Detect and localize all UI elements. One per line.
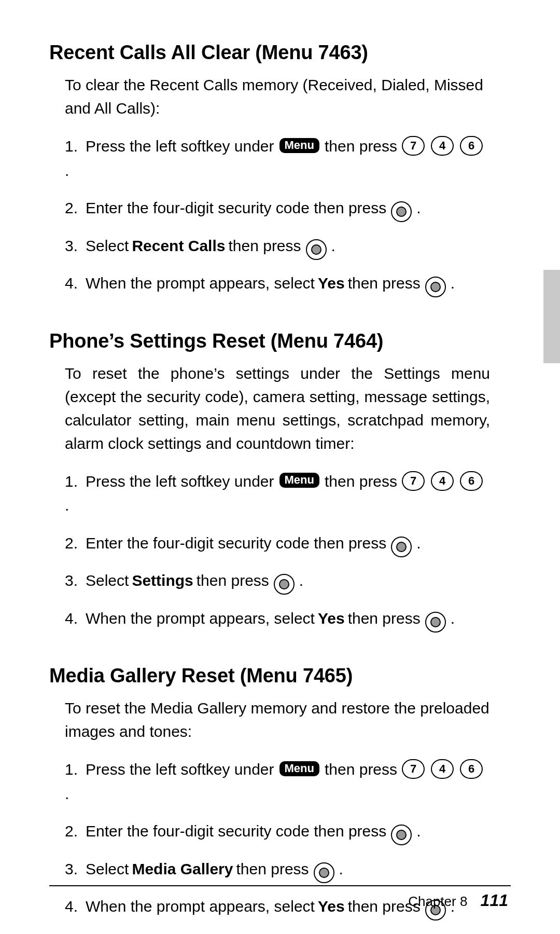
keypad-4-icon: 4 (431, 471, 454, 491)
step-number: 1. (65, 134, 82, 159)
period: . (416, 819, 421, 844)
period: . (416, 196, 421, 221)
ok-button-icon (425, 277, 446, 297)
chapter-label: Chapter 8 (408, 894, 467, 909)
footer: Chapter 8 111 (408, 891, 508, 910)
step-1: 1. Press the left softkey under Menu the… (65, 134, 490, 183)
step-text: then press (348, 271, 421, 296)
step-text: Select (86, 857, 129, 882)
footer-rule (49, 885, 511, 886)
yes-option: Yes (318, 607, 345, 631)
select-option: Settings (132, 569, 193, 593)
heading-media-gallery-reset: Media Gallery Reset (Menu 7465) (49, 665, 490, 687)
select-option: Media Gallery (132, 857, 233, 882)
menu-softkey-icon: Menu (279, 473, 319, 488)
step-2: 2. Enter the four-digit security code th… (65, 531, 490, 556)
step-text: Enter the four-digit security code then … (86, 819, 386, 844)
section-gap (49, 309, 490, 330)
period: . (416, 531, 421, 556)
period: . (339, 857, 343, 882)
intro-text: To reset the phone’s settings under the … (65, 362, 490, 455)
step-text: then press (197, 569, 269, 593)
step-text: When the prompt appears, select (86, 271, 315, 296)
select-option: Recent Calls (132, 234, 225, 258)
period: . (65, 493, 69, 518)
keypad-4-icon: 4 (431, 759, 454, 779)
step-text: Press the left softkey under (86, 134, 274, 159)
keypad-7-icon: 7 (402, 759, 425, 779)
step-number: 3. (65, 569, 82, 593)
step-number: 2. (65, 196, 82, 221)
step-text: Enter the four-digit security code then … (86, 196, 386, 221)
step-text: Select (86, 569, 129, 593)
period: . (299, 569, 303, 593)
page: Recent Calls All Clear (Menu 7463) To cl… (0, 0, 560, 934)
keypad-7-icon: 7 (402, 471, 425, 491)
intro-text: To clear the Recent Calls memory (Receiv… (65, 73, 490, 120)
ok-button-icon (274, 574, 295, 595)
section-gap (49, 644, 490, 665)
ok-button-icon (314, 862, 334, 883)
keypad-6-icon: 6 (460, 471, 483, 491)
period: . (331, 234, 335, 258)
step-4: 4. When the prompt appears, select Yes t… (65, 271, 490, 296)
side-tab (543, 270, 560, 363)
step-1: 1. Press the left softkey under Menu the… (65, 470, 490, 518)
step-number: 1. (65, 758, 82, 782)
step-1: 1. Press the left softkey under Menu the… (65, 758, 490, 806)
step-number: 2. (65, 819, 82, 844)
page-number: 111 (481, 891, 508, 910)
step-text: then press (236, 857, 309, 882)
keypad-6-icon: 6 (460, 759, 483, 779)
step-2: 2. Enter the four-digit security code th… (65, 196, 490, 221)
step-text: When the prompt appears, select (86, 607, 315, 631)
step-text: then press (348, 607, 421, 631)
step-text: Select (86, 234, 129, 258)
step-text: Press the left softkey under (86, 470, 274, 494)
period: . (451, 271, 455, 296)
intro-text: To reset the Media Gallery memory and re… (65, 696, 490, 743)
step-number: 3. (65, 234, 82, 258)
period: . (451, 607, 455, 631)
menu-softkey-icon: Menu (279, 138, 319, 153)
step-text: then press (325, 758, 397, 782)
step-3: 3. Select Settings then press . (65, 569, 490, 593)
content: Recent Calls All Clear (Menu 7463) To cl… (49, 42, 490, 932)
keypad-7-icon: 7 (402, 136, 425, 156)
step-number: 3. (65, 857, 82, 882)
keypad-6-icon: 6 (460, 136, 483, 156)
ok-button-icon (391, 825, 412, 845)
heading-recent-calls-clear: Recent Calls All Clear (Menu 7463) (49, 42, 490, 64)
step-4: 4. When the prompt appears, select Yes t… (65, 607, 490, 631)
step-text: then press (325, 470, 397, 494)
step-text: Press the left softkey under (86, 758, 274, 782)
step-number: 1. (65, 470, 82, 494)
menu-softkey-icon: Menu (279, 761, 319, 776)
yes-option: Yes (318, 271, 345, 296)
step-text: Enter the four-digit security code then … (86, 531, 386, 556)
step-text: then press (228, 234, 301, 258)
step-3: 3. Select Media Gallery then press . (65, 857, 490, 882)
step-number: 4. (65, 271, 82, 296)
step-number: 4. (65, 607, 82, 631)
yes-option: Yes (318, 895, 345, 919)
ok-button-icon (391, 201, 412, 222)
step-number: 2. (65, 531, 82, 556)
step-number: 4. (65, 895, 82, 919)
ok-button-icon (425, 612, 446, 633)
step-3: 3. Select Recent Calls then press . (65, 234, 490, 258)
ok-button-icon (306, 239, 327, 260)
step-text: When the prompt appears, select (86, 895, 315, 919)
keypad-4-icon: 4 (431, 136, 454, 156)
heading-settings-reset: Phone’s Settings Reset (Menu 7464) (49, 330, 490, 352)
step-2: 2. Enter the four-digit security code th… (65, 819, 490, 844)
period: . (65, 782, 69, 806)
ok-button-icon (391, 537, 412, 557)
period: . (65, 159, 69, 183)
step-text: then press (325, 134, 397, 159)
